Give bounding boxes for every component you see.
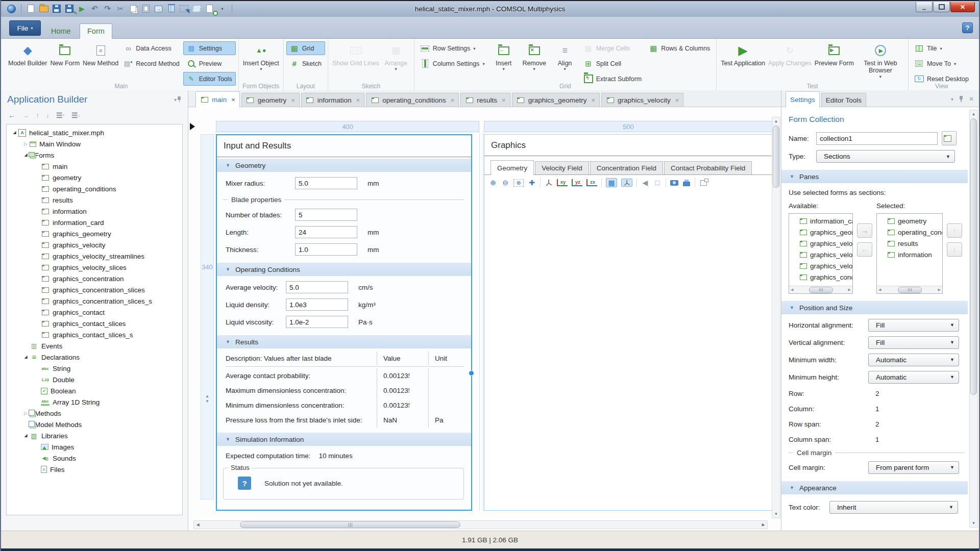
- list-item-operating_conditions[interactable]: operating_conditions: [877, 227, 942, 238]
- remove-grid-button[interactable]: ✕ Remove▾: [519, 40, 550, 73]
- scroll-left-icon[interactable]: ◀: [194, 521, 202, 529]
- collapse-icon[interactable]: ▼: [226, 339, 230, 344]
- view-yz-icon[interactable]: yz: [572, 179, 582, 186]
- expander-icon[interactable]: ◢: [11, 131, 18, 135]
- tree-item-libraries[interactable]: ◢Libraries: [7, 430, 182, 441]
- graphics-tab-contact-probability-field[interactable]: Contact Probability Field: [664, 161, 752, 174]
- panel-menu-icon[interactable]: ▾: [951, 96, 953, 102]
- zoom-out-icon[interactable]: ⊖: [501, 179, 509, 187]
- section-header-position-and-size[interactable]: ▼ Position and Size: [781, 301, 968, 314]
- align-button[interactable]: ≡ Align▾: [550, 40, 580, 73]
- split-cell-button[interactable]: ⊞ Split Cell: [580, 57, 646, 70]
- zoom-box-icon[interactable]: ⊕: [513, 179, 524, 187]
- graphics-tab-concentration-field[interactable]: Concentration Field: [590, 161, 663, 174]
- section-header-appearance[interactable]: ▼ Appearance: [781, 481, 968, 494]
- tree-item-sounds[interactable]: Sounds: [7, 453, 182, 464]
- list-item-graphics_concentration[interactable]: graphics_concentration: [789, 271, 852, 283]
- tree-item-information[interactable]: information: [7, 206, 182, 217]
- cell-margin-select[interactable]: From parent form▼: [868, 461, 959, 474]
- tree-item-graphics-concentration[interactable]: graphics_concentration: [7, 273, 182, 284]
- list-item-graphics_velocity[interactable]: graphics_velocity: [789, 238, 852, 249]
- tree-item-events[interactable]: Events: [7, 340, 182, 352]
- list-item-graphics_velocity_slices[interactable]: graphics_velocity_slices: [789, 260, 852, 271]
- section-header-geometry[interactable]: ▼ Geometry: [217, 159, 471, 172]
- vertical-alignment-select[interactable]: Fill▼: [868, 336, 959, 349]
- rename-form-button[interactable]: [942, 131, 957, 145]
- vertical-scrollbar[interactable]: ▲ ▼: [772, 117, 780, 518]
- insert-object-button[interactable]: ▲● Insert Object▾: [241, 40, 281, 73]
- ruler-column-2[interactable]: 500: [484, 121, 773, 132]
- print-icon[interactable]: [682, 180, 691, 186]
- editor-tab-graphics_geometry[interactable]: graphics_geometry×: [512, 93, 600, 107]
- ruler-column-1[interactable]: 400: [216, 121, 479, 132]
- horizontal-alignment-select[interactable]: Fill▼: [868, 319, 959, 332]
- preview-form-button[interactable]: ▶ Preview Form: [813, 40, 855, 68]
- average-velocity-input[interactable]: [286, 281, 348, 293]
- collapse-all-icon[interactable]: ☰↓: [71, 112, 80, 119]
- close-panel-icon[interactable]: ✕: [969, 95, 974, 103]
- grid-mode-button[interactable]: ▦ Grid: [286, 41, 325, 55]
- view-zx-icon[interactable]: zx: [586, 179, 597, 186]
- preview-button[interactable]: Preview: [183, 57, 236, 70]
- close-tab-icon[interactable]: ×: [502, 96, 506, 104]
- row-settings-button[interactable]: Row Settings▾: [417, 41, 488, 55]
- tree-item-graphics-contact-slices[interactable]: graphics_contact_slices: [7, 318, 182, 329]
- selected-forms-listbox[interactable]: geometryoperating_conditionsresultsinfor…: [876, 213, 943, 294]
- detach-window-icon[interactable]: [699, 180, 707, 186]
- ruler-row[interactable]: 340 ▲▼: [201, 134, 214, 499]
- tree-item-double[interactable]: Double: [7, 374, 182, 385]
- tree-item-geometry[interactable]: geometry: [7, 172, 182, 183]
- list-item-graphics_geometry[interactable]: graphics_geometry: [789, 227, 852, 238]
- tree-item-files[interactable]: Files: [7, 464, 182, 475]
- maximize-button[interactable]: [933, 2, 950, 12]
- default-3d-view-icon[interactable]: [545, 179, 553, 187]
- mixer-radius-input[interactable]: [295, 177, 357, 189]
- tree-item-graphics-velocity[interactable]: graphics_velocity: [7, 239, 182, 251]
- editor-tab-main[interactable]: main×: [195, 91, 240, 107]
- name-input[interactable]: [816, 132, 938, 145]
- collapse-icon[interactable]: ▼: [790, 305, 794, 310]
- tree-item-string[interactable]: String: [7, 363, 182, 374]
- scrollbar-thumb[interactable]: [240, 521, 460, 528]
- horizontal-scrollbar[interactable]: ◀ ▶: [193, 520, 768, 529]
- view-xy-icon[interactable]: xy: [557, 179, 568, 186]
- minimum-width-select[interactable]: Automatic▼: [868, 354, 959, 366]
- close-tab-icon[interactable]: ×: [356, 96, 360, 104]
- number-of-blades-input[interactable]: [295, 209, 357, 221]
- scroll-up-icon[interactable]: ▲: [772, 117, 780, 125]
- list-item-geometry[interactable]: geometry: [877, 215, 942, 227]
- graphics-canvas[interactable]: [484, 192, 772, 510]
- model-builder-button[interactable]: ◆ Model Builder: [7, 40, 48, 68]
- minimum-height-select[interactable]: Automatic▼: [868, 371, 959, 384]
- list-item-information[interactable]: information: [877, 249, 942, 260]
- tree-item-main[interactable]: main: [7, 161, 182, 172]
- close-tab-icon[interactable]: ×: [451, 96, 455, 104]
- new-method-button[interactable]: ≡ New Method: [81, 40, 120, 68]
- zoom-in-icon[interactable]: ⊕: [489, 179, 497, 187]
- move-down-icon[interactable]: ↓: [46, 111, 50, 119]
- collapse-icon[interactable]: ▼: [226, 437, 230, 442]
- collapse-icon[interactable]: ▼: [790, 485, 794, 490]
- zoom-extents-icon[interactable]: ✚: [528, 179, 536, 187]
- liquid-density-input[interactable]: [286, 298, 348, 311]
- sketch-mode-button[interactable]: # Sketch: [286, 57, 325, 70]
- available-forms-listbox[interactable]: information_cardgraphics_geometrygraphic…: [789, 213, 853, 294]
- tree-item-graphics-concentration-slices-s[interactable]: graphics_concentration_slices_s: [7, 295, 182, 307]
- tree-item-boolean[interactable]: Boolean: [7, 385, 182, 396]
- tree-item-methods[interactable]: ▷Methods: [7, 408, 182, 419]
- tree-item-graphics-contact[interactable]: graphics_contact: [7, 307, 182, 318]
- new-form-button[interactable]: New Form: [48, 40, 81, 68]
- tree-item-graphics-contact-slices-s[interactable]: graphics_contact_slices_s: [7, 329, 182, 340]
- tree-item-graphics-velocity-slices[interactable]: graphics_velocity_slices: [7, 262, 182, 273]
- list-item-graphics_velocity_streamlines[interactable]: graphics_velocity_streamlines: [789, 249, 852, 260]
- move-up-icon[interactable]: ↑: [36, 111, 39, 119]
- close-tab-icon[interactable]: ×: [291, 96, 295, 104]
- scroll-up-icon[interactable]: ▲: [970, 110, 977, 118]
- minimize-button[interactable]: ▁: [916, 2, 933, 12]
- data-access-button[interactable]: ∞ Data Access: [120, 41, 183, 55]
- test-in-web-browser-button[interactable]: ▶ Test in Web Browser▾: [855, 40, 905, 81]
- move-to-button[interactable]: → Move To▾: [911, 57, 972, 70]
- editor-tab-information[interactable]: information×: [301, 93, 364, 107]
- section-header-operating-conditions[interactable]: ▼ Operating Conditions: [217, 263, 471, 276]
- expand-all-icon[interactable]: ☰↑: [56, 112, 65, 119]
